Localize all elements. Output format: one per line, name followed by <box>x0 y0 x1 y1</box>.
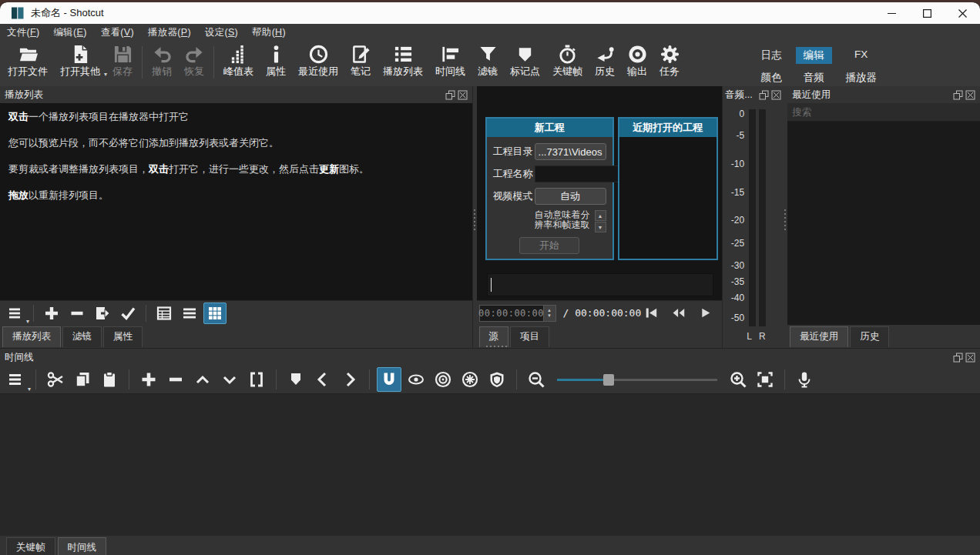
float-panel-icon[interactable] <box>953 90 963 100</box>
timeline-button[interactable]: 时间线 <box>429 44 472 79</box>
layout-fx[interactable]: FX <box>838 47 885 64</box>
layout-player[interactable]: 播放器 <box>838 69 885 86</box>
overwrite-button[interactable] <box>217 367 242 392</box>
zoom-out-button[interactable] <box>524 367 549 392</box>
keyframes-button[interactable]: 关键帧 <box>546 44 589 79</box>
current-time-field[interactable]: 00:00:00:00 <box>479 305 544 322</box>
record-audio-button[interactable] <box>792 367 817 392</box>
playlist-open-button[interactable] <box>91 303 114 324</box>
project-dir-button[interactable]: ...7371\Videos <box>535 143 606 160</box>
close-panel-icon[interactable] <box>771 90 781 100</box>
maximize-button[interactable] <box>909 2 945 24</box>
filters-button[interactable]: 滤镜 <box>472 44 504 79</box>
timeline-menu-button[interactable]: ▾ <box>4 367 29 392</box>
time-spinner[interactable]: ▲▼ <box>544 305 556 322</box>
tab-properties[interactable]: 属性 <box>103 326 143 347</box>
tab-playlist[interactable]: 播放列表 <box>2 326 61 347</box>
lift-button[interactable] <box>190 367 215 392</box>
tab-timeline[interactable]: 时间线 <box>58 537 107 555</box>
menu-help[interactable]: 帮助(H) <box>245 26 293 39</box>
menu-edit[interactable]: 编辑(E) <box>46 26 93 39</box>
close-button[interactable] <box>945 2 980 24</box>
tab-source[interactable]: 源 <box>479 326 509 347</box>
playlist-menu-button[interactable]: ▾ <box>4 303 27 324</box>
recent-projects-list[interactable] <box>619 137 717 259</box>
tab-filters[interactable]: 滤镜 <box>62 326 102 347</box>
snap-button[interactable] <box>377 367 401 392</box>
save-button[interactable]: 保存 <box>106 44 139 79</box>
spin-up-icon[interactable]: ▲ <box>595 210 606 221</box>
zoom-in-button[interactable] <box>726 367 750 392</box>
export-button[interactable]: 输出 <box>621 44 653 79</box>
close-panel-icon[interactable] <box>458 90 468 100</box>
ripple-all-tracks-button[interactable] <box>458 367 482 392</box>
timeline-tracks-area[interactable] <box>0 393 980 535</box>
menu-file[interactable]: 文件(F) <box>0 26 46 39</box>
ripple-delete-button[interactable] <box>163 367 188 392</box>
close-panel-icon[interactable] <box>965 353 975 363</box>
layout-color[interactable]: 颜色 <box>753 69 790 86</box>
spin-down-icon[interactable]: ▼ <box>547 313 552 319</box>
split-button[interactable] <box>244 367 269 392</box>
prev-marker-button[interactable] <box>310 367 335 392</box>
cut-button[interactable] <box>43 367 68 392</box>
playlist-button[interactable]: 播放列表 <box>377 44 429 79</box>
open-other-button[interactable]: 打开其他▾ <box>54 44 106 79</box>
zoom-fit-button[interactable] <box>753 367 777 392</box>
scrub-while-dragging-button[interactable] <box>404 367 428 392</box>
playlist-update-button[interactable] <box>116 303 139 324</box>
float-panel-icon[interactable] <box>953 353 963 363</box>
menu-player[interactable]: 播放器(P) <box>141 26 198 39</box>
tab-history[interactable]: 历史 <box>850 326 889 347</box>
open-file-button[interactable]: 打开文件 <box>2 44 54 79</box>
undo-button[interactable]: 撤销 <box>146 44 178 79</box>
ripple-markers-button[interactable] <box>485 367 509 392</box>
recent-search-input[interactable] <box>787 103 980 122</box>
layout-logging[interactable]: 日志 <box>753 47 790 64</box>
timeline-zoom-slider[interactable] <box>557 374 717 386</box>
float-panel-icon[interactable] <box>445 90 455 100</box>
next-marker-button[interactable] <box>337 367 362 392</box>
marker-button[interactable] <box>284 367 308 392</box>
player-scrub-bar[interactable] <box>487 273 714 296</box>
recent-button[interactable]: 最近使用 <box>292 44 344 79</box>
properties-button[interactable]: 属性 <box>260 44 292 79</box>
recent-files-list[interactable] <box>787 122 980 325</box>
start-button[interactable]: 开始 <box>519 237 579 254</box>
rewind-button[interactable] <box>670 306 686 321</box>
history-button[interactable]: 历史 <box>589 44 621 79</box>
spin-down-icon[interactable]: ▼ <box>595 222 606 232</box>
playlist-add-button[interactable] <box>40 303 63 324</box>
tab-project[interactable]: 项目 <box>510 326 549 347</box>
detail-view-button[interactable] <box>153 303 176 324</box>
menu-settings[interactable]: 设定(S) <box>198 26 245 39</box>
play-button[interactable] <box>696 306 713 321</box>
list-view-button[interactable] <box>178 303 201 324</box>
prev-marker-icon <box>314 371 331 388</box>
layout-audio[interactable]: 音频 <box>796 69 832 86</box>
notes-button[interactable]: 笔记 <box>344 44 377 79</box>
ripple-button[interactable] <box>431 367 455 392</box>
skip-start-button[interactable] <box>643 306 659 321</box>
jobs-button[interactable]: 任务 <box>653 44 686 79</box>
close-panel-icon[interactable] <box>965 90 975 100</box>
playlist-remove-button[interactable] <box>65 303 89 324</box>
layout-editing[interactable]: 编辑 <box>796 47 832 64</box>
append-button[interactable] <box>136 367 161 392</box>
peak-meter-button[interactable]: 峰值表 <box>217 44 260 79</box>
list-view-icon <box>182 306 197 321</box>
video-mode-button[interactable]: 自动 <box>535 188 606 205</box>
markers-button[interactable]: 标记点 <box>504 44 546 79</box>
vertical-splitter[interactable] <box>784 86 787 348</box>
redo-button[interactable]: 恢复 <box>178 44 210 79</box>
minimize-button[interactable] <box>874 2 909 24</box>
menu-view[interactable]: 查看(V) <box>94 26 141 39</box>
copy-button[interactable] <box>70 367 95 392</box>
tab-recent[interactable]: 最近使用 <box>790 326 848 347</box>
float-panel-icon[interactable] <box>759 90 769 100</box>
zoom-slider-handle[interactable] <box>603 374 614 386</box>
grid-view-button[interactable] <box>203 303 227 324</box>
spin-up-icon[interactable]: ▲ <box>547 308 552 313</box>
paste-button[interactable] <box>97 367 122 392</box>
tab-keyframes[interactable]: 关键帧 <box>6 537 55 555</box>
